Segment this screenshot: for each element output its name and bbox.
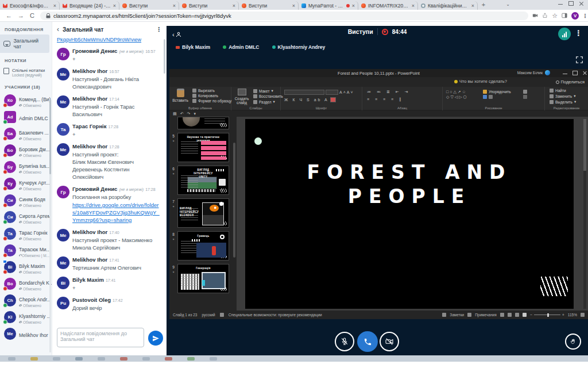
slide-thumbnail[interactable]: Генерація (177, 264, 229, 293)
sidebar-item-public-chat[interactable]: Загальний чат (0, 34, 49, 53)
zoom-level[interactable]: 115% (568, 313, 577, 317)
taskbar-item[interactable] (75, 357, 83, 361)
send-message-button[interactable] (148, 331, 163, 346)
browser-tab[interactable]: Виступи × (179, 1, 239, 10)
raise-hand-button[interactable] (565, 334, 581, 350)
participant-row[interactable]: Me Melikhov Ihor (0, 325, 52, 342)
ppt-minimize-button[interactable] (563, 71, 567, 75)
recording-indicator-icon[interactable] (382, 29, 388, 35)
layout-button[interactable]: Макет▾ (253, 89, 283, 93)
participant-row[interactable]: Бо Боровик Дм... Обмежено (0, 142, 52, 159)
paste-button[interactable]: Вставить (171, 89, 190, 102)
taskbar-item[interactable] (187, 357, 195, 361)
taskbar-item[interactable] (120, 357, 127, 361)
ppt-ribbon-tab[interactable] (242, 80, 250, 84)
participant-row[interactable]: Бу Булигіна Ius... Обмежено (0, 159, 52, 175)
fullscreen-icon[interactable] (575, 56, 583, 64)
ppt-ribbon-tab[interactable] (202, 80, 210, 84)
tab-close-icon[interactable]: × (292, 3, 295, 8)
ppt-ribbon-tab[interactable] (210, 80, 218, 84)
ppt-share-button[interactable]: Поделиться (556, 79, 585, 85)
participant-row[interactable]: Та Тарас Горнік Обмежено (0, 225, 52, 242)
thumbnails-scrollbar[interactable] (233, 143, 235, 258)
slide-thumbnail[interactable]: ВИГЛЯД ІНТЕРФЕЙСУ UNITY (177, 166, 229, 195)
ppt-close-button[interactable] (582, 71, 587, 75)
slide-thumbnail-row[interactable]: 9 Генерація (169, 264, 233, 293)
sidebar-scrollbar-thumb[interactable] (49, 99, 51, 174)
tab-close-icon[interactable]: × (352, 3, 355, 8)
new-slide-button[interactable]: Создать слайд (232, 89, 252, 105)
media-camera-icon[interactable] (532, 13, 538, 18)
chat-options-icon[interactable]: ⋮ (156, 26, 162, 33)
talking-indicator-pill[interactable]: Bilyk Maxim (172, 43, 215, 52)
participant-row[interactable]: Bo Bondarchyk K... Обмежено (0, 275, 52, 292)
taskbar-item[interactable] (30, 357, 38, 361)
shapes-grid[interactable]: □○△↗☆◇▽◁▷⬡ (446, 89, 468, 99)
ppt-restore-button[interactable] (572, 71, 577, 75)
language-indicator[interactable]: русский (202, 313, 215, 317)
slide-thumbnail[interactable]: Гравець (177, 231, 229, 260)
browser-tab[interactable]: Виступи × (119, 1, 179, 10)
slide-thumbnail-4[interactable] (177, 117, 229, 129)
view-normal-icon[interactable] (500, 313, 504, 317)
tab-close-icon[interactable]: × (471, 3, 474, 8)
replace-button[interactable]: Заменить▾ (550, 94, 577, 98)
browser-menu-icon[interactable]: ⋮ (582, 13, 588, 19)
ppt-ribbon-tab[interactable] (218, 80, 226, 84)
view-reading-icon[interactable] (515, 313, 519, 317)
fit-slide-icon[interactable] (581, 313, 585, 317)
reset-button[interactable]: Восстановить (253, 94, 283, 98)
section-button[interactable]: Раздел▾ (253, 99, 283, 104)
notes-toggle-icon[interactable] (442, 313, 446, 317)
participant-row[interactable]: Си Синяк Бодя Обмежено (0, 192, 52, 209)
accessibility-text[interactable]: Специальные возможности: проверьте реком… (229, 313, 322, 317)
chat-scrollbar-thumb[interactable] (164, 39, 165, 74)
zoom-slider[interactable]: −+ (530, 313, 564, 317)
tab-search-chevron-icon[interactable]: ⌄ (506, 2, 510, 7)
share-icon[interactable] (542, 13, 548, 18)
browser-tab[interactable]: Кваліфікаційний рау... × (418, 1, 478, 10)
address-bar[interactable]: classroom2.mynaparrot.es/html5client/joi… (40, 12, 528, 20)
slide-scrollbar[interactable] (583, 119, 586, 309)
slide-thumbnail[interactable]: Наукове та практичне значення (177, 133, 229, 162)
share-webcam-button[interactable] (380, 332, 399, 351)
taskbar-item[interactable] (53, 357, 60, 361)
slide-thumbnail-row[interactable]: 7 ВИГЛЯД ІНТЕРФЕЙСУ BLENDER (169, 198, 233, 228)
talking-indicator-pill[interactable]: Admin DMLC (219, 43, 264, 52)
view-slideshow-icon[interactable] (523, 313, 527, 317)
window-maximize-button[interactable] (568, 1, 573, 6)
window-close-button[interactable] (579, 1, 583, 6)
participant-row[interactable]: Ба Базилевич ... Обмежено (0, 125, 52, 142)
browser-tab[interactable]: INFOMATRIX2022: По... × (358, 1, 418, 10)
slide-thumbnail[interactable]: ВИГЛЯД ІНТЕРФЕЙСУ BLENDER (177, 198, 229, 228)
cut-button[interactable]: Вырезать (192, 89, 231, 93)
undo-icon[interactable]: ↶ (180, 112, 184, 116)
ribbon-group-font[interactable]: A˄A˅ Ж К Ч S ab A Шрифт (281, 87, 362, 110)
ribbon-group-drawing[interactable]: □○△↗☆◇▽◁▷⬡ Упорядочить Рисование (443, 87, 545, 110)
browser-tab[interactable]: Виступи × (239, 1, 299, 10)
slide-thumbnail-row[interactable]: 8 Гравець (169, 231, 233, 260)
participant-row[interactable]: Си Сирота Артем Обмежено (0, 209, 52, 225)
participant-row[interactable]: Та Тарасюк Ми... Обмежено | М... (0, 242, 52, 259)
ppt-ribbon-tab[interactable] (226, 80, 234, 84)
ppt-ribbon-tab[interactable] (234, 80, 242, 84)
meeting-options-icon[interactable]: ⋮ (575, 29, 582, 37)
save-icon[interactable]: ▤ (173, 112, 177, 116)
talking-indicator-pill[interactable]: Klyashtorniy Andrey (269, 43, 331, 52)
connection-status-button[interactable] (558, 28, 571, 40)
taskbar-item[interactable] (210, 357, 217, 361)
participant-row[interactable]: Ch Chepok Andr... Обмежено (0, 292, 52, 309)
participant-row[interactable]: Bi Bilyk Maxim Обмежено (0, 259, 52, 275)
participant-row[interactable]: Ad Admin DMLC (0, 109, 52, 125)
tab-close-icon[interactable]: × (233, 3, 235, 8)
tab-close-icon[interactable]: × (173, 3, 176, 8)
participant-row[interactable]: Kl Klyashtorniy ... Обмежено (0, 309, 52, 325)
tab-close-icon[interactable]: × (113, 3, 116, 8)
find-button[interactable]: Найти (550, 89, 577, 93)
ppt-ribbon-tab[interactable] (177, 80, 185, 84)
ppt-ribbon-tab[interactable] (194, 80, 202, 84)
ribbon-group-paragraph[interactable]: ≔ ≕ ≣ ⇤ ⇥ ≡ ≡ ≡ ≡ ∥ Абзац (362, 87, 443, 110)
mute-microphone-button[interactable] (335, 332, 354, 351)
side-panel-icon[interactable] (562, 13, 567, 18)
tab-close-icon[interactable]: × (412, 3, 415, 8)
